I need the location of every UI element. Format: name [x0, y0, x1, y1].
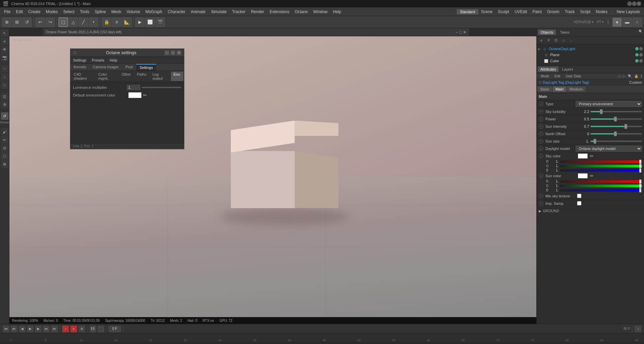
close-button[interactable]: ✕: [637, 1, 641, 6]
field-imp-samp-icon[interactable]: ○: [539, 201, 543, 206]
status-green[interactable]: [635, 47, 639, 50]
render-win-close[interactable]: ✕: [463, 30, 466, 35]
tool-edge[interactable]: ╱: [79, 17, 88, 27]
menu-render[interactable]: Render: [248, 9, 267, 15]
sky-b-slider[interactable]: [560, 169, 642, 172]
display-mode3[interactable]: ○: [633, 17, 642, 27]
attr-tab-layers[interactable]: Layers: [559, 67, 576, 72]
field-type-icon[interactable]: ○: [539, 102, 543, 106]
viewport[interactable]: Octane Power Studio 2021.1.4-(R4) (152 d…: [9, 28, 536, 324]
menu-file[interactable]: File: [1, 9, 13, 15]
scene-button[interactable]: Scene: [478, 9, 495, 15]
tl-motion-clip[interactable]: 🎞: [90, 326, 96, 332]
obj-tb-menu[interactable]: ≡: [538, 37, 545, 43]
left-tool-select[interactable]: ↖: [1, 30, 8, 37]
plane-status-gray[interactable]: [639, 53, 643, 56]
tl-audio[interactable]: ♪: [635, 326, 641, 332]
octane-menu-help[interactable]: Help: [108, 58, 119, 63]
maximize-button[interactable]: □: [632, 1, 637, 6]
objects-search-icon[interactable]: 🔍: [639, 30, 643, 35]
left-tool-deform[interactable]: ⊡: [1, 93, 8, 100]
status-gray[interactable]: [639, 47, 643, 50]
tl-auto-key[interactable]: ⏺: [70, 326, 77, 332]
oct-subtab-c4d[interactable]: C4D shaders: [71, 72, 95, 81]
sky-color-edit-icon[interactable]: ✏: [590, 153, 594, 159]
obj-item-octane[interactable]: ▶ ◇ OctaneDayLight: [537, 46, 644, 52]
obj-tb-filter[interactable]: F: [545, 37, 552, 43]
attr-info-icon[interactable]: ℹ: [641, 74, 642, 78]
tl-layer[interactable]: ⬛: [98, 326, 104, 332]
render-win-max[interactable]: □: [459, 30, 462, 35]
attr-userdata-btn[interactable]: User Data: [564, 74, 583, 78]
tl-play[interactable]: ▶: [27, 326, 34, 332]
tool-select[interactable]: ▢: [59, 17, 68, 27]
menu-character[interactable]: Character: [165, 9, 188, 15]
octane-minimize[interactable]: −: [165, 50, 169, 55]
attr-subtab-medium[interactable]: Medium: [567, 86, 585, 92]
attr-mode-btn[interactable]: Mode: [539, 74, 551, 78]
field-daylight-model-dropdown[interactable]: Octane daylight model: [576, 146, 642, 152]
left-tool-weight[interactable]: ⚖: [1, 144, 8, 152]
menu-volume[interactable]: Volume: [124, 9, 143, 15]
tl-prev-key[interactable]: ⏭: [11, 326, 17, 332]
menu-tracker[interactable]: Tracker: [229, 9, 248, 15]
field-mix-sky-icon[interactable]: ○: [539, 194, 543, 198]
field-north-offset-slider[interactable]: [591, 133, 642, 135]
display-mode2[interactable]: ▬: [622, 17, 632, 27]
cube-status-gray[interactable]: [639, 59, 643, 63]
render-region[interactable]: ⬜: [145, 17, 155, 27]
obj-item-cube[interactable]: ⬜ Cube: [537, 58, 644, 64]
tl-record[interactable]: ●: [62, 326, 69, 332]
render-full[interactable]: 🎬: [155, 17, 165, 27]
oct-envcolor-edit-icon[interactable]: ✏: [143, 92, 147, 98]
cube-status-green[interactable]: [635, 59, 639, 63]
oct-subtab-other[interactable]: Other: [119, 72, 134, 81]
oct-luminance-slider[interactable]: [142, 87, 181, 88]
tl-end[interactable]: ⏭: [51, 326, 58, 332]
tl-next-frame[interactable]: ▶: [35, 326, 42, 332]
menu-mesh[interactable]: Mesh: [109, 9, 124, 15]
octane-tab-post[interactable]: Post: [122, 64, 136, 71]
tl-prev-frame[interactable]: ◀: [19, 326, 26, 332]
attr-subtab-basic[interactable]: Basic: [538, 86, 552, 92]
attr-tab-attributes[interactable]: Attributes: [538, 67, 559, 72]
sun-b-slider[interactable]: [560, 189, 642, 192]
standard-layout-button[interactable]: Standard: [457, 9, 478, 14]
left-tool-view[interactable]: 👁: [1, 46, 8, 53]
minimize-button[interactable]: −: [627, 1, 632, 6]
left-tool-xref[interactable]: ⊞: [1, 160, 8, 168]
nodes-button[interactable]: Nodes: [593, 9, 610, 15]
tool-grid[interactable]: #: [112, 17, 121, 27]
new-layouts-button[interactable]: New Layouts: [614, 9, 643, 15]
attr-back-icon[interactable]: ◁: [618, 74, 620, 78]
tl-home[interactable]: ⏮: [3, 326, 9, 332]
field-sky-turbidity-slider[interactable]: [591, 111, 642, 112]
octane-tab-camera-imager[interactable]: Camera Imager: [90, 64, 122, 71]
sky-color-swatch[interactable]: [578, 153, 588, 159]
left-tool-spline[interactable]: ~: [1, 65, 8, 73]
display-mode1[interactable]: ●: [612, 17, 622, 27]
obj-tb-sort[interactable]: ↓: [568, 37, 574, 43]
field-north-offset-icon[interactable]: ○: [539, 131, 543, 136]
tool-undo[interactable]: ↩: [35, 17, 45, 27]
octane-maximize[interactable]: □: [171, 50, 175, 55]
octane-tab-settings[interactable]: Settings: [136, 64, 156, 71]
oct-luminance-input[interactable]: [127, 85, 140, 90]
menu-create[interactable]: Create: [26, 9, 43, 15]
attr-edit-btn[interactable]: Edit: [552, 74, 562, 78]
tool-vertex[interactable]: •: [89, 17, 98, 27]
tool-scale[interactable]: ⊞: [12, 17, 22, 27]
tl-current-frame-input[interactable]: [109, 326, 121, 332]
sun-color-icon[interactable]: ○: [539, 174, 543, 178]
tl-key-all[interactable]: ⊕: [78, 326, 85, 332]
left-tool-menu[interactable]: ≡: [1, 38, 8, 45]
attr-lock-icon[interactable]: 🔒: [634, 74, 638, 78]
field-daylight-model-icon[interactable]: ○: [539, 146, 543, 151]
tool-measure[interactable]: 📐: [122, 17, 132, 27]
oct-subtab-env[interactable]: Env.: [171, 72, 183, 81]
obj-item-plane[interactable]: □ Plane: [537, 52, 644, 58]
left-tool-paint[interactable]: 🖌: [1, 128, 8, 136]
left-tool-poly[interactable]: □: [1, 81, 8, 89]
field-sun-size-icon[interactable]: ○: [539, 139, 543, 144]
groom-button[interactable]: Groom: [544, 9, 562, 15]
